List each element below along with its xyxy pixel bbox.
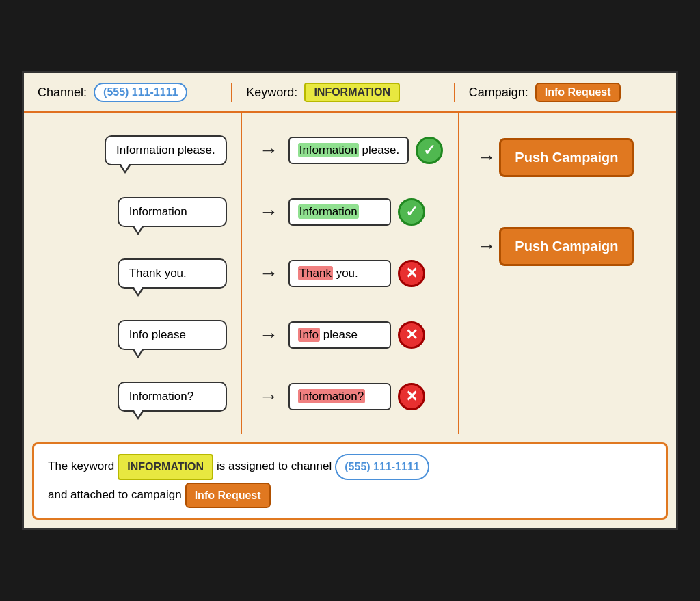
- footer-text1: The keyword: [48, 457, 114, 477]
- flow-row-left-5: Information?: [31, 369, 234, 424]
- match-box-1: Information please.: [288, 137, 409, 164]
- flow-row-mid-1: →Information please.✓: [249, 123, 452, 178]
- footer: The keyword INFORMATION is assigned to c…: [32, 442, 668, 519]
- flow-row-mid-5: →Information?✕: [249, 369, 452, 424]
- x-icon-4: ✕: [398, 321, 425, 349]
- arrow-icon-5: →: [259, 387, 278, 406]
- campaign-label: Campaign:: [469, 85, 528, 100]
- footer-text: The keyword INFORMATION is assigned to c…: [48, 454, 652, 479]
- flow-row-mid-3: →Thank you.✕: [249, 246, 452, 301]
- match-box-2: Information: [288, 198, 391, 226]
- col-middle: →Information please.✓→Information✓→Thank…: [241, 113, 460, 434]
- check-icon-2: ✓: [398, 198, 425, 226]
- speech-bubble-3: Thank you.: [118, 258, 227, 289]
- flow-row-left-1: Information please.: [31, 123, 234, 178]
- highlight-1: Information: [298, 143, 359, 157]
- push-campaign-box-2: Push Campaign: [499, 227, 634, 266]
- check-icon-1: ✓: [416, 137, 443, 164]
- flow-row-right-2: →Push Campaign: [466, 219, 669, 273]
- campaign-badge: Info Request: [535, 83, 621, 102]
- keyword-label: Keyword:: [246, 85, 297, 100]
- highlight-5: Information?: [298, 389, 366, 403]
- footer-keyword: INFORMATION: [118, 454, 213, 479]
- arrow-icon-3: →: [259, 264, 278, 283]
- main-container: Channel: (555) 111-1111 Keyword: INFORMA…: [22, 71, 678, 529]
- footer-channel: (555) 111-1111: [335, 454, 429, 479]
- right-arrow-icon-1: →: [476, 148, 496, 167]
- flow-row-right-1: →Push Campaign: [466, 130, 669, 185]
- x-icon-5: ✕: [398, 383, 425, 410]
- content-area: Information please.InformationThank you.…: [24, 113, 676, 434]
- channel-badge: (555) 111-1111: [94, 83, 187, 102]
- flow-row-mid-2: →Information✓: [249, 185, 452, 239]
- keyword-badge: INFORMATION: [304, 83, 400, 102]
- arrow-icon-4: →: [259, 325, 278, 345]
- highlight-4: Info: [298, 328, 320, 342]
- speech-bubble-4: Info please: [118, 320, 227, 350]
- match-box-3: Thank you.: [288, 260, 391, 287]
- footer-text2: is assigned to channel: [217, 457, 332, 477]
- match-box-5: Information?: [288, 383, 391, 410]
- arrow-icon-1: →: [259, 141, 278, 160]
- arrow-icon-2: →: [259, 202, 278, 222]
- speech-bubble-2: Information: [118, 197, 227, 227]
- footer-campaign: Info Request: [185, 483, 271, 508]
- flow-row-mid-4: →Info please✕: [249, 308, 452, 362]
- highlight-2: Information: [298, 204, 359, 219]
- col-left: Information please.InformationThank you.…: [24, 113, 241, 434]
- speech-bubble-1: Information please.: [105, 135, 227, 165]
- push-campaign-box-1: Push Campaign: [499, 138, 634, 177]
- speech-bubble-5: Information?: [118, 382, 227, 412]
- flow-row-left-3: Thank you.: [31, 246, 234, 301]
- flow-row-left-4: Info please: [31, 308, 234, 362]
- highlight-3: Thank: [298, 266, 333, 280]
- keyword-section: Keyword: INFORMATION: [231, 83, 455, 102]
- channel-section: Channel: (555) 111-1111: [38, 83, 231, 102]
- footer-text3: and attached to campaign: [48, 485, 182, 505]
- flow-row-left-2: Information: [31, 185, 234, 239]
- campaign-section: Campaign: Info Request: [455, 83, 662, 102]
- x-icon-3: ✕: [398, 260, 425, 287]
- col-right: →Push Campaign→Push Campaign: [459, 113, 676, 434]
- match-box-4: Info please: [288, 321, 391, 349]
- channel-label: Channel:: [38, 85, 87, 100]
- right-arrow-icon-2: →: [476, 237, 496, 256]
- footer-text-line2: and attached to campaign Info Request: [48, 483, 652, 508]
- header-row: Channel: (555) 111-1111 Keyword: INFORMA…: [24, 73, 676, 113]
